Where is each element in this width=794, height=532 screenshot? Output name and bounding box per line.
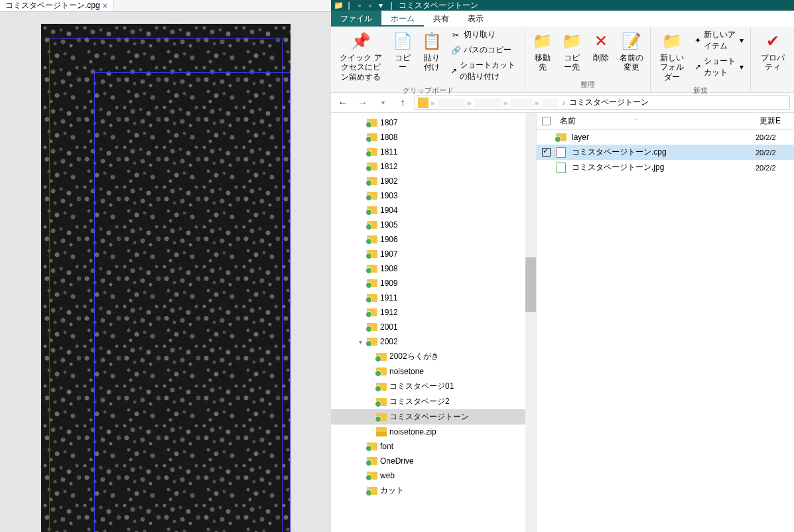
tree-item-label: web: [380, 471, 395, 480]
folder-tree[interactable]: 1807180818111812190219031904190519061907…: [331, 113, 537, 532]
ribbon-group-open: ✔プロパティ: [751, 27, 794, 92]
move-to-button[interactable]: 📁移動先: [529, 28, 556, 75]
file-row[interactable]: コミスタページトーン.cpg20/2/2: [537, 145, 794, 160]
copy-button[interactable]: 📄 コピー: [389, 28, 416, 75]
folder-icon: [418, 98, 429, 108]
file-row[interactable]: layer20/2/2: [537, 130, 794, 145]
breadcrumb[interactable]: ▸ ░░░░░ ▸ ░░░░░ ▸ ░░░░ ▸ ░░░ › コミスタページトー…: [415, 96, 790, 110]
file-name: コミスタページトーン.jpg: [572, 162, 750, 173]
folder-icon: [367, 147, 377, 157]
tab-view[interactable]: 表示: [458, 11, 493, 27]
tab-share[interactable]: 共有: [424, 11, 458, 27]
qat-icon[interactable]: ▫: [365, 1, 375, 10]
tree-item-label: 2002らくがき: [389, 351, 439, 362]
folder-icon: [367, 263, 377, 274]
tree-item[interactable]: 1904: [331, 203, 536, 218]
tree-item[interactable]: コミスタページトーン: [331, 409, 536, 425]
file-row[interactable]: コミスタページトーン.jpg20/2/2: [537, 160, 794, 175]
tree-item[interactable]: 1909: [331, 276, 536, 291]
tree-item-label: 1908: [380, 264, 398, 273]
new-folder-button[interactable]: 📁新しいフォルダー: [655, 28, 689, 84]
tree-item[interactable]: コミスタページ2: [331, 394, 536, 409]
tree-item-label: 1906: [380, 235, 398, 244]
tree-item[interactable]: 1812: [331, 159, 536, 174]
file-list[interactable]: layer20/2/2コミスタページトーン.cpg20/2/2コミスタページトー…: [537, 130, 794, 532]
tree-item[interactable]: ▾2002: [331, 334, 536, 349]
ribbon-group-clipboard: 📌 クイック アクセスにピン留めする 📄 コピー 📋 貼り付け ✂切り取り 🔗パ…: [331, 27, 525, 92]
rename-button[interactable]: 📝名前の変更: [617, 28, 646, 75]
nav-forward-button[interactable]: →: [355, 95, 371, 111]
tree-item[interactable]: 1911: [331, 291, 536, 305]
delete-button[interactable]: ✕削除: [588, 28, 614, 65]
tree-item-label: noisetone: [389, 367, 424, 376]
tree-item[interactable]: 1906: [331, 232, 536, 247]
tree-item[interactable]: web: [331, 468, 536, 483]
folder-icon: [367, 176, 377, 186]
properties-button[interactable]: ✔プロパティ: [755, 28, 790, 75]
tree-item-label: コミスタページ2: [389, 396, 450, 407]
folder-icon: [367, 117, 377, 128]
tree-item[interactable]: 1905: [331, 218, 536, 232]
paste-icon: 📋: [421, 31, 442, 52]
canvas-area[interactable]: [0, 12, 331, 532]
shortcut-button[interactable]: ↗ショートカット▾: [692, 54, 746, 80]
tree-item-label: 1808: [380, 133, 398, 142]
paste-shortcut-button[interactable]: ↗ショートカットの貼り付け: [448, 58, 521, 84]
nav-recent-button[interactable]: ▾: [375, 95, 391, 111]
row-checkbox[interactable]: [542, 148, 551, 157]
tab-home[interactable]: ホーム: [381, 11, 424, 27]
nav-back-button[interactable]: ←: [335, 95, 351, 111]
tree-item[interactable]: 1908: [331, 261, 536, 276]
nav-up-button[interactable]: ↑: [395, 95, 411, 111]
tree-item[interactable]: 1807: [331, 115, 536, 130]
delete-icon: ✕: [590, 31, 612, 52]
tree-item[interactable]: 1811: [331, 145, 536, 159]
copy-to-button[interactable]: 📁コピー先: [559, 28, 585, 75]
tree-item[interactable]: OneDrive: [331, 454, 536, 468]
tree-item[interactable]: カット: [331, 483, 536, 498]
row-checkbox[interactable]: [542, 133, 551, 142]
tree-item-label: 1812: [380, 162, 398, 171]
editor-tab[interactable]: コミスタページトーン.cpg ×: [0, 0, 113, 11]
qat-dropdown-icon[interactable]: ▾: [376, 1, 385, 10]
tree-item[interactable]: コミスタページ01: [331, 379, 536, 394]
tree-item[interactable]: font: [331, 439, 536, 454]
tree-item[interactable]: 1808: [331, 130, 536, 145]
tree-item-label: コミスタページ01: [389, 381, 454, 392]
quick-access-toolbar: 📁 | ▫ ▫ ▾ |: [334, 1, 396, 10]
column-name-header[interactable]: 名前ˆ: [556, 115, 750, 127]
tree-item[interactable]: 1907: [331, 247, 536, 261]
folder-icon: [367, 161, 377, 172]
row-checkbox[interactable]: [542, 163, 551, 172]
chevron-icon[interactable]: ▾: [356, 338, 364, 346]
copy-path-button[interactable]: 🔗パスのコピー: [448, 43, 521, 57]
path-icon: 🔗: [450, 45, 461, 56]
pin-icon: 📌: [350, 31, 371, 52]
tree-item[interactable]: 2001: [331, 320, 536, 334]
tree-item[interactable]: noisetone: [331, 364, 536, 379]
tree-item[interactable]: 1903: [331, 188, 536, 203]
cut-button[interactable]: ✂切り取り: [448, 28, 521, 42]
column-date-header[interactable]: 更新E: [756, 115, 789, 127]
breadcrumb-current[interactable]: コミスタページトーン: [569, 97, 649, 108]
tree-scrollbar[interactable]: [525, 113, 536, 532]
tab-file[interactable]: ファイル: [331, 11, 381, 27]
editor-tab-label: コミスタページトーン.cpg: [5, 0, 100, 11]
new-item-button[interactable]: ✦新しいアイテム▾: [692, 28, 746, 53]
pin-quick-access-button[interactable]: 📌 クイック アクセスにピン留めする: [335, 28, 387, 84]
ribbon: 📌 クイック アクセスにピン留めする 📄 コピー 📋 貼り付け ✂切り取り 🔗パ…: [331, 27, 794, 93]
select-all-checkbox[interactable]: [542, 117, 551, 125]
paste-button[interactable]: 📋 貼り付け: [419, 28, 445, 75]
qat-icon[interactable]: ▫: [355, 1, 364, 10]
tree-item[interactable]: 1902: [331, 174, 536, 188]
tree-item[interactable]: 1912: [331, 305, 536, 320]
folder-icon: [367, 234, 377, 245]
tree-item[interactable]: noisetone.zip: [331, 425, 536, 439]
scrollbar-thumb[interactable]: [525, 257, 536, 312]
ribbon-group-new: 📁新しいフォルダー ✦新しいアイテム▾ ↗ショートカット▾ 新規: [651, 27, 751, 92]
tab-close-icon[interactable]: ×: [103, 1, 107, 11]
file-date: 20/2/2: [756, 149, 789, 157]
tree-item-label: 2001: [380, 322, 398, 332]
tree-item[interactable]: 2002らくがき: [331, 349, 536, 364]
file-icon: [556, 163, 566, 173]
